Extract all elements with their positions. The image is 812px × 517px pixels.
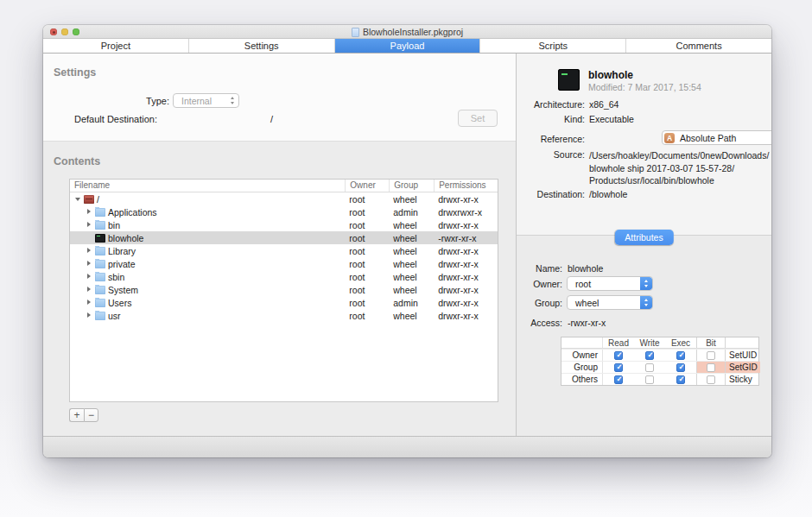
checkbox-owner-exec[interactable] bbox=[676, 351, 685, 360]
disclosure-triangle-icon[interactable] bbox=[75, 196, 82, 203]
owner-dropdown[interactable]: root bbox=[567, 276, 653, 291]
table-row[interactable]: private root wheel drwxr-xr-x bbox=[70, 257, 498, 270]
group-dropdown[interactable]: wheel bbox=[567, 295, 653, 310]
filename-label: / bbox=[97, 194, 99, 205]
perm-header-read: Read bbox=[603, 337, 634, 348]
permissions-row-group: Group SetGID bbox=[561, 361, 758, 373]
checkbox-setuid[interactable] bbox=[707, 351, 715, 360]
contents-table: Filename Owner Group Permissions / root … bbox=[69, 179, 498, 402]
name-label: Name: bbox=[517, 263, 562, 274]
disclosure-triangle-icon[interactable] bbox=[86, 209, 93, 216]
table-row[interactable]: Library root wheel drwxr-xr-x bbox=[70, 244, 498, 257]
tab-settings[interactable]: Settings bbox=[189, 39, 335, 53]
stepper-icon bbox=[226, 94, 238, 107]
perm-header-exec: Exec bbox=[665, 337, 696, 348]
checkbox-setgid[interactable] bbox=[707, 363, 715, 372]
set-destination-button[interactable]: Set bbox=[458, 110, 498, 127]
remove-file-button[interactable]: − bbox=[84, 408, 98, 422]
folder-icon bbox=[95, 273, 105, 281]
disclosure-triangle-icon[interactable] bbox=[86, 261, 93, 268]
close-button[interactable] bbox=[50, 28, 57, 35]
checkbox-others-read[interactable] bbox=[614, 375, 623, 384]
disclosure-triangle-icon[interactable] bbox=[86, 222, 93, 229]
attributes-tab-button[interactable]: Attributes bbox=[614, 230, 673, 245]
filename-label: bin bbox=[108, 220, 120, 230]
table-row[interactable]: blowhole root wheel -rwxr-xr-x bbox=[70, 231, 498, 244]
checkbox-owner-write[interactable] bbox=[645, 351, 654, 360]
window-title: BlowholeInstaller.pkgproj bbox=[363, 27, 463, 37]
permissions-row-owner: Owner SetUID bbox=[561, 349, 758, 361]
group-dropdown-value: wheel bbox=[568, 298, 640, 308]
tab-comments[interactable]: Comments bbox=[626, 39, 771, 53]
default-destination-label: Default Destination: bbox=[74, 114, 157, 124]
type-dropdown[interactable]: Internal bbox=[173, 93, 239, 108]
type-dropdown-value: Internal bbox=[174, 96, 226, 106]
settings-section-header: Settings bbox=[54, 66, 96, 79]
folder-icon bbox=[95, 260, 105, 268]
contents-section: Contents Filename Owner Group Permission… bbox=[43, 141, 516, 436]
access-value: -rwxr-xr-x bbox=[568, 318, 606, 328]
checkbox-others-write[interactable] bbox=[645, 375, 654, 384]
disclosure-spacer bbox=[86, 235, 93, 242]
inspector-pane: blowhole Modified: 7 Mar 2017, 15:54 Arc… bbox=[516, 54, 771, 436]
inspector-modified: Modified: 7 Mar 2017, 15:54 bbox=[588, 82, 701, 92]
column-header-group[interactable]: Group bbox=[389, 180, 434, 192]
perm-header-bitlabel-blank bbox=[726, 337, 760, 348]
group-label: Group: bbox=[517, 298, 562, 308]
checkbox-group-read[interactable] bbox=[614, 363, 623, 372]
name-value: blowhole bbox=[568, 263, 603, 274]
checkbox-others-exec[interactable] bbox=[676, 375, 685, 384]
kind-value: Executable bbox=[589, 114, 634, 124]
disclosure-triangle-icon[interactable] bbox=[86, 312, 93, 319]
reference-label: Reference: bbox=[517, 131, 585, 144]
table-row[interactable]: Users root admin drwxr-xr-x bbox=[70, 296, 498, 309]
tab-scripts[interactable]: Scripts bbox=[480, 39, 626, 53]
destination-value: /blowhole bbox=[589, 189, 627, 199]
source-value: /Users/hoakley/Documents/0newDownloads/ … bbox=[589, 149, 766, 187]
type-label: Type: bbox=[43, 96, 169, 106]
window-titlebar[interactable]: BlowholeInstaller.pkgproj bbox=[43, 25, 771, 39]
executable-icon bbox=[95, 234, 105, 243]
perm-header-write: Write bbox=[634, 337, 665, 348]
tab-project[interactable]: Project bbox=[43, 39, 189, 53]
destination-label: Destination: bbox=[517, 189, 585, 199]
table-row[interactable]: System root wheel drwxr-xr-x bbox=[70, 283, 498, 296]
filename-label: blowhole bbox=[108, 233, 143, 243]
zoom-button[interactable] bbox=[73, 28, 79, 35]
disclosure-triangle-icon[interactable] bbox=[86, 299, 93, 306]
checkbox-group-exec[interactable] bbox=[676, 363, 685, 372]
window-title-area: BlowholeInstaller.pkgproj bbox=[43, 25, 771, 39]
folder-icon bbox=[95, 221, 105, 230]
column-header-permissions[interactable]: Permissions bbox=[434, 180, 498, 192]
traffic-lights bbox=[50, 28, 79, 35]
perm-header-blank bbox=[561, 337, 603, 348]
column-header-owner[interactable]: Owner bbox=[345, 180, 389, 192]
table-row[interactable]: Applications root admin drwxrwxr-x bbox=[70, 205, 498, 218]
table-row[interactable]: usr root wheel drwxr-xr-x bbox=[70, 309, 498, 322]
disclosure-triangle-icon[interactable] bbox=[86, 287, 93, 293]
contents-section-header: Contents bbox=[54, 155, 100, 167]
setuid-label: SetUID bbox=[726, 350, 760, 361]
tab-payload[interactable]: Payload bbox=[335, 39, 481, 53]
table-row[interactable]: bin root wheel drwxr-xr-x bbox=[70, 218, 498, 231]
reference-dropdown[interactable]: A Absolute Path bbox=[662, 130, 771, 145]
column-header-filename[interactable]: Filename bbox=[70, 180, 345, 192]
checkbox-owner-read[interactable] bbox=[614, 351, 623, 360]
payload-left-pane: Settings Type: Internal Default Destinat… bbox=[43, 54, 516, 436]
stepper-icon bbox=[640, 277, 652, 290]
checkbox-sticky[interactable] bbox=[707, 375, 715, 384]
table-edit-buttons: + − bbox=[69, 408, 98, 422]
disk-icon bbox=[84, 195, 94, 204]
setgid-label: SetGID bbox=[726, 362, 760, 373]
table-row[interactable]: sbin root wheel drwxr-xr-x bbox=[70, 270, 498, 283]
folder-icon bbox=[95, 312, 105, 320]
folder-icon bbox=[95, 208, 105, 217]
table-row[interactable]: / root wheel drwxr-xr-x bbox=[70, 192, 498, 205]
checkbox-group-write[interactable] bbox=[645, 363, 654, 372]
disclosure-triangle-icon[interactable] bbox=[86, 248, 93, 255]
sticky-label: Sticky bbox=[726, 374, 760, 385]
minimize-button[interactable] bbox=[61, 28, 68, 35]
add-file-button[interactable]: + bbox=[69, 408, 84, 422]
disclosure-triangle-icon[interactable] bbox=[86, 274, 93, 281]
default-destination-value: / bbox=[270, 114, 273, 124]
